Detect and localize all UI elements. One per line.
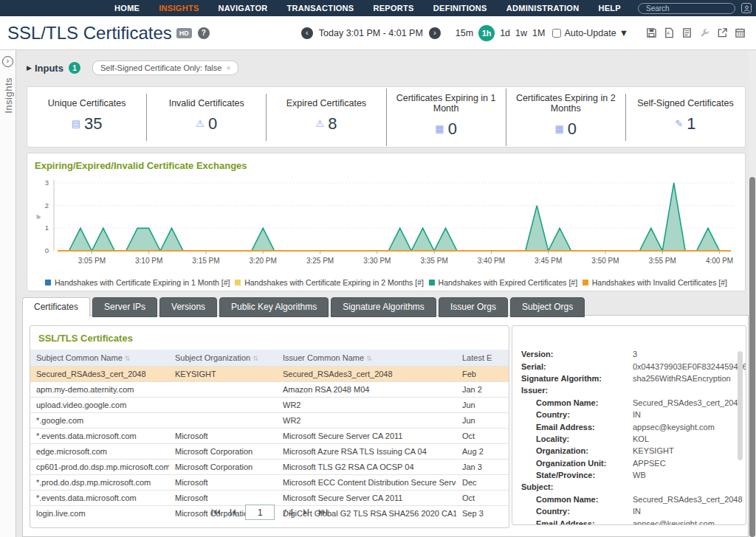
export-pdf-icon[interactable]: A bbox=[664, 27, 675, 38]
nav-item-reports[interactable]: REPORTS bbox=[363, 4, 423, 13]
svg-text:3:20 PM: 3:20 PM bbox=[250, 257, 277, 265]
svg-text:3:30 PM: 3:30 PM bbox=[363, 257, 391, 265]
chart-plot[interactable]: 0123#3:05 PM3:10 PM3:15 PM3:20 PM3:25 PM… bbox=[32, 176, 740, 273]
pen-icon: ✎ bbox=[675, 118, 683, 129]
tab-issuer-orgs[interactable]: Issuer Orgs bbox=[439, 297, 508, 317]
table-row[interactable]: *.google.comWR2Jun bbox=[30, 413, 509, 429]
detail-field: Locality:KOL bbox=[512, 433, 746, 445]
table-row[interactable]: Secured_RSAdes3_cert_2048KEYSIGHTSecured… bbox=[30, 367, 509, 382]
field-value: appsec@keysight.com bbox=[633, 519, 746, 525]
legend-label: Handshakes with Certificate Expiring in … bbox=[55, 278, 230, 287]
legend-item[interactable]: Handshakes with Invalid Certificates [#] bbox=[583, 278, 727, 287]
filter-tag[interactable]: Self-Signed Certificate Only: false × bbox=[92, 60, 238, 75]
time-back-icon[interactable]: ‹ bbox=[301, 27, 313, 39]
save-icon[interactable] bbox=[646, 27, 657, 38]
legend-swatch-icon bbox=[429, 280, 435, 285]
sort-icon[interactable]: ⇅ bbox=[366, 355, 372, 362]
table-row[interactable]: *.events.data.microsoft.comMicrosoftMicr… bbox=[30, 429, 509, 444]
time-range[interactable]: Today 3:01 PM - 4:01 PM bbox=[319, 28, 423, 38]
field-label: Issuer: bbox=[512, 386, 633, 395]
tab-subject-orgs[interactable]: Subject Orgs bbox=[510, 297, 585, 317]
table-row[interactable]: upload.video.google.comWR2Jun bbox=[30, 398, 509, 413]
nav-item-help[interactable]: HELP bbox=[588, 4, 630, 13]
page-number-input[interactable] bbox=[245, 505, 275, 520]
expand-sidebar-icon[interactable]: › bbox=[2, 56, 13, 67]
inputs-toggle[interactable]: ▶ Inputs bbox=[27, 63, 63, 74]
preset-15m[interactable]: 15m bbox=[456, 28, 473, 38]
detail-field: Organization Unit:APPSEC bbox=[512, 457, 746, 469]
tab-certificates[interactable]: Certificates bbox=[22, 297, 90, 317]
remove-filter-icon[interactable]: × bbox=[226, 64, 230, 72]
table-cell: Jan 2 bbox=[456, 382, 509, 398]
column-header-latest-e[interactable]: Latest E bbox=[456, 350, 509, 367]
field-value: Secured_RSAdes3_cert_2048 bbox=[633, 398, 746, 407]
schedule-calendar-icon[interactable] bbox=[735, 27, 746, 38]
nav-item-navigator[interactable]: NAVIGATOR bbox=[209, 4, 278, 13]
page-total: / 4 bbox=[284, 507, 293, 518]
table-cell: Microsoft bbox=[169, 491, 277, 506]
first-page-icon[interactable] bbox=[211, 508, 221, 516]
tab-server-ips[interactable]: Server IPs bbox=[92, 297, 157, 317]
tab-signature-algorithms[interactable]: Signature Algorithms bbox=[331, 297, 436, 317]
auto-update-toggle[interactable]: Auto-Update ▼ bbox=[552, 28, 628, 38]
page-scrollbar-track[interactable] bbox=[749, 50, 756, 537]
nav-item-definitions[interactable]: DEFINITIONS bbox=[424, 4, 497, 13]
svg-text:3:10 PM: 3:10 PM bbox=[135, 257, 162, 265]
legend-swatch-icon bbox=[45, 280, 51, 285]
preset-1d[interactable]: 1d bbox=[500, 28, 510, 38]
detail-field: Signature Algorithm:sha256WithRSAEncrypt… bbox=[512, 373, 746, 384]
tab-versions[interactable]: Versions bbox=[159, 297, 217, 317]
field-value: WB bbox=[633, 471, 746, 479]
field-value: KOL bbox=[633, 434, 746, 443]
table-cell: *.events.data.microsoft.com bbox=[30, 491, 169, 506]
prev-page-icon[interactable] bbox=[230, 508, 236, 516]
svg-text:3:40 PM: 3:40 PM bbox=[478, 257, 505, 265]
preset-1w[interactable]: 1w bbox=[515, 28, 527, 38]
legend-item[interactable]: Handshakes with Certificate Expiring in … bbox=[235, 278, 424, 287]
column-header-subject-organization[interactable]: Subject Organization⇅ bbox=[169, 350, 277, 367]
auto-update-checkbox[interactable] bbox=[552, 29, 561, 38]
external-link-icon[interactable] bbox=[717, 27, 728, 38]
help-icon[interactable]: ? bbox=[198, 27, 210, 39]
search-input[interactable] bbox=[638, 3, 735, 14]
field-label: Version: bbox=[512, 350, 633, 358]
user-account-icon[interactable] bbox=[741, 3, 752, 13]
stat-value: 0 bbox=[448, 119, 457, 139]
table-row[interactable]: *.events.data.microsoft.comMicrosoftMicr… bbox=[30, 491, 509, 506]
chevron-down-icon[interactable]: ▼ bbox=[619, 28, 628, 38]
stat-value: 8 bbox=[328, 114, 337, 134]
report-icon[interactable] bbox=[681, 27, 693, 38]
page-scrollbar-thumb[interactable] bbox=[749, 177, 755, 537]
stat-certificates-expiring-in-2-months: Certificates Expiring in 2 Months▦0 bbox=[506, 89, 625, 146]
sort-icon[interactable]: ⇅ bbox=[125, 355, 131, 362]
preset-1h[interactable]: 1h bbox=[478, 25, 495, 41]
table-cell: Oct bbox=[456, 429, 509, 444]
column-header-issuer-common-name[interactable]: Issuer Common Name⇅ bbox=[277, 350, 456, 367]
nav-item-transactions[interactable]: TRANSACTIONS bbox=[277, 4, 363, 13]
preset-1M[interactable]: 1M bbox=[532, 28, 545, 38]
chart-legend: Handshakes with Certificate Expiring in … bbox=[45, 278, 727, 287]
stat-value: 0 bbox=[208, 114, 217, 134]
legend-item[interactable]: Handshakes with Expired Certificates [#] bbox=[429, 278, 578, 287]
table-row[interactable]: *.prod.do.dsp.mp.microsoft.comMicrosoftM… bbox=[30, 475, 509, 491]
column-header-subject-common-name[interactable]: Subject Common Name⇅ bbox=[30, 350, 169, 367]
settings-wrench-icon[interactable] bbox=[699, 27, 710, 38]
next-page-icon[interactable] bbox=[303, 508, 309, 516]
legend-item[interactable]: Handshakes with Certificate Expiring in … bbox=[45, 278, 230, 287]
stat-label: Self-Signed Certificates bbox=[626, 98, 745, 108]
nav-item-administration[interactable]: ADMINISTRATION bbox=[497, 4, 589, 13]
table-row[interactable]: edge.microsoft.comMicrosoft CorporationM… bbox=[30, 444, 509, 460]
details-scrollbar[interactable] bbox=[738, 351, 743, 460]
table-row[interactable]: cp601-prod.do.dsp.mp.microsoft.comMicros… bbox=[30, 460, 509, 475]
sort-icon[interactable]: ⇅ bbox=[252, 355, 258, 362]
last-page-icon[interactable] bbox=[318, 508, 328, 516]
page-title: SSL/TLS Certificates bbox=[7, 23, 172, 44]
nav-item-home[interactable]: HOME bbox=[105, 4, 149, 13]
nav-item-insights[interactable]: INSIGHTS bbox=[149, 4, 208, 13]
field-value: 3 bbox=[633, 350, 746, 358]
stat-label: Expired Certificates bbox=[267, 98, 385, 108]
stat-self-signed-certificates: Self-Signed Certificates✎1 bbox=[625, 94, 745, 141]
time-forward-icon[interactable]: › bbox=[429, 27, 441, 39]
table-row[interactable]: apm.my-demo.aternity.comAmazon RSA 2048 … bbox=[30, 382, 509, 398]
tab-public-key-algorithms[interactable]: Public Key Algorithms bbox=[219, 297, 329, 317]
